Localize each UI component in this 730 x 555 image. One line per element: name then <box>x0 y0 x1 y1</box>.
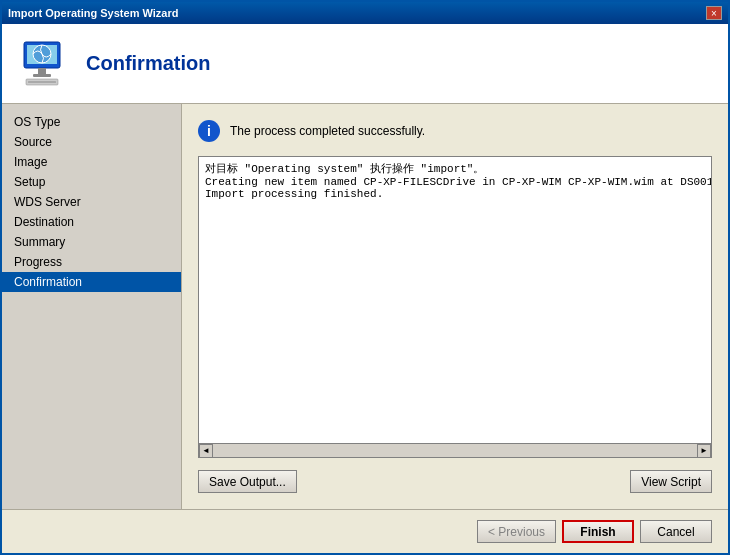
title-bar: Import Operating System Wizard × <box>2 2 728 24</box>
sidebar-item-summary[interactable]: Summary <box>2 232 181 252</box>
svg-rect-3 <box>33 74 51 77</box>
sidebar-item-image[interactable]: Image <box>2 152 181 172</box>
scroll-left-button[interactable]: ◄ <box>199 444 213 458</box>
output-box: 对目标 "Operating system" 执行操作 "import"。 Cr… <box>198 156 712 458</box>
sidebar-item-setup[interactable]: Setup <box>2 172 181 192</box>
scroll-right-button[interactable]: ► <box>697 444 711 458</box>
sidebar-item-wds-server[interactable]: WDS Server <box>2 192 181 212</box>
horizontal-scrollbar[interactable]: ◄ ► <box>199 443 711 457</box>
sidebar-item-os-type[interactable]: OS Type <box>2 112 181 132</box>
previous-button[interactable]: < Previous <box>477 520 556 543</box>
info-icon: i <box>198 120 220 142</box>
finish-button[interactable]: Finish <box>562 520 634 543</box>
sidebar-item-confirmation[interactable]: Confirmation <box>2 272 181 292</box>
wizard-window: Import Operating System Wizard × <box>0 0 730 555</box>
view-script-button[interactable]: View Script <box>630 470 712 493</box>
cancel-button[interactable]: Cancel <box>640 520 712 543</box>
svg-rect-2 <box>38 68 46 74</box>
sidebar: OS Type Source Image Setup WDS Server De… <box>2 104 182 509</box>
wizard-footer: < Previous Finish Cancel <box>2 509 728 553</box>
status-message: The process completed successfully. <box>230 124 425 138</box>
bottom-button-row: Save Output... View Script <box>198 470 712 493</box>
close-button[interactable]: × <box>706 6 722 20</box>
sidebar-item-progress[interactable]: Progress <box>2 252 181 272</box>
sidebar-item-destination[interactable]: Destination <box>2 212 181 232</box>
wizard-icon <box>18 38 70 90</box>
page-title: Confirmation <box>86 52 210 75</box>
status-row: i The process completed successfully. <box>198 120 712 142</box>
content-area: i The process completed successfully. 对目… <box>182 104 728 509</box>
wizard-body: OS Type Source Image Setup WDS Server De… <box>2 104 728 509</box>
sidebar-item-source[interactable]: Source <box>2 132 181 152</box>
svg-rect-5 <box>28 81 56 83</box>
output-text: 对目标 "Operating system" 执行操作 "import"。 Cr… <box>199 157 711 443</box>
save-output-button[interactable]: Save Output... <box>198 470 297 493</box>
wizard-header: Confirmation <box>2 24 728 104</box>
window-title: Import Operating System Wizard <box>8 7 178 19</box>
scrollbar-track[interactable] <box>213 446 697 456</box>
